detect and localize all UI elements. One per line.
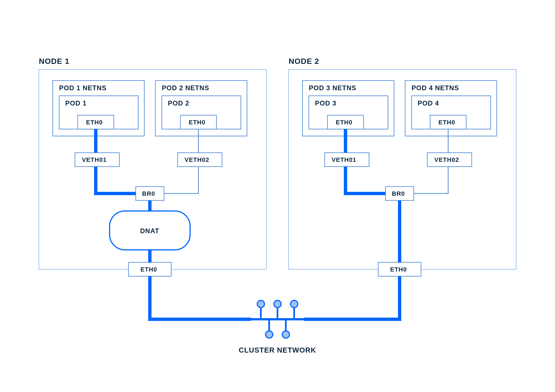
pod-3-netns-label: POD 3 NETNS: [309, 84, 356, 92]
pod-3-label: POD 3: [315, 99, 336, 107]
svg-point-21: [266, 331, 273, 338]
node1-host-eth0-label: ETH0: [140, 266, 157, 273]
pod-2-netns: POD 2 NETNS POD 2 ETH0: [155, 81, 247, 136]
network-diagram: NODE 1 POD 1 NETNS POD 1 ETH0 POD 2 NETN…: [0, 0, 555, 392]
line-node2-to-cluster: [304, 276, 400, 319]
node1-br0-label: BR0: [142, 190, 155, 197]
cluster-switch-icon: [251, 300, 304, 338]
dnat-label: DNAT: [140, 227, 159, 235]
node1-veth01-label: VETH01: [82, 156, 107, 163]
pod-1-eth0-label: ETH0: [86, 119, 103, 126]
pod-1-label: POD 1: [65, 99, 87, 107]
node-1-title: NODE 1: [39, 57, 69, 66]
svg-point-22: [282, 331, 289, 338]
pod-3-netns: POD 3 NETNS POD 3 ETH0: [302, 81, 394, 136]
node2-br0-label: BR0: [392, 190, 405, 197]
cluster-network-label: CLUSTER NETWORK: [239, 346, 316, 354]
svg-point-19: [274, 300, 281, 308]
pod-3-eth0-label: ETH0: [336, 119, 352, 126]
node-2-title: NODE 2: [289, 57, 319, 66]
pod-2-netns-label: POD 2 NETNS: [162, 84, 209, 92]
node-1: NODE 1 POD 1 NETNS POD 1 ETH0 POD 2 NETN…: [39, 57, 266, 276]
cluster-network: CLUSTER NETWORK: [150, 276, 400, 354]
line-node1-to-cluster: [150, 276, 251, 319]
node1-veth02-label: VETH02: [185, 156, 209, 163]
node2-veth02-label: VETH02: [434, 156, 459, 163]
svg-point-20: [291, 300, 298, 308]
pod-4-eth0-label: ETH0: [438, 119, 455, 126]
node2-veth01-label: VETH01: [332, 156, 356, 163]
pod-4-label: POD 4: [418, 99, 439, 107]
pod-4-netns: POD 4 NETNS POD 4 ETH0: [405, 81, 497, 136]
pod-1-netns-label: POD 1 NETNS: [59, 84, 107, 92]
pod-1-netns: POD 1 NETNS POD 1 ETH0: [53, 81, 144, 136]
node2-host-eth0-label: ETH0: [390, 266, 407, 273]
pod-2-eth0-label: ETH0: [189, 119, 205, 126]
svg-point-18: [257, 300, 264, 308]
pod-2-label: POD 2: [168, 99, 189, 107]
pod-4-netns-label: POD 4 NETNS: [412, 84, 459, 92]
node-2: NODE 2 POD 3 NETNS POD 3 ETH0 POD 4 NETN…: [289, 57, 516, 276]
